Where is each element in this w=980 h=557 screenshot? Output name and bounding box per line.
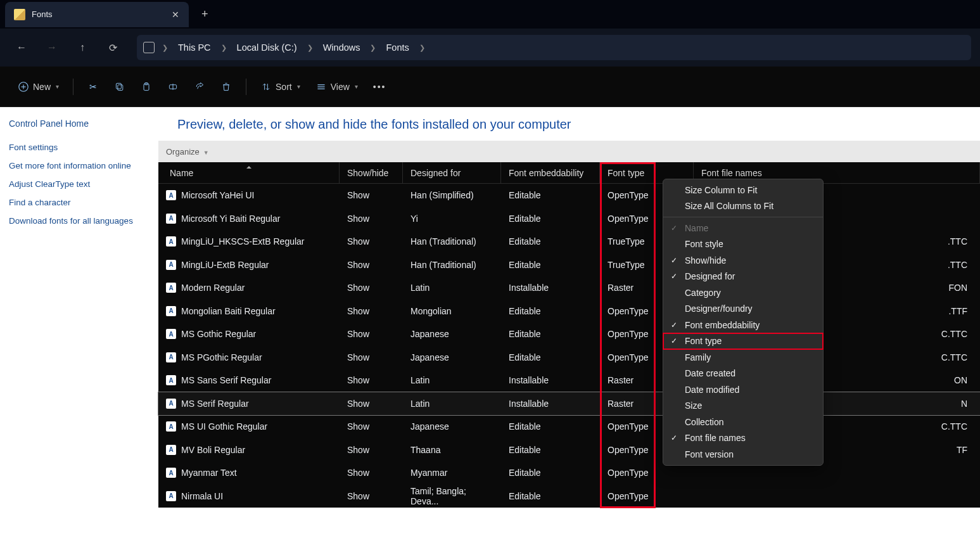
main-panel: Preview, delete, or show and hide the fo… xyxy=(158,107,980,557)
table-row[interactable]: AMongolian Baiti RegularShowMongolianEdi… xyxy=(158,300,980,323)
cell-embed: Editable xyxy=(501,190,600,200)
table-row[interactable]: AMS UI Gothic RegularShowJapaneseEditabl… xyxy=(158,415,980,439)
cell-embed: Editable xyxy=(501,214,600,224)
cell-designed: Han (Simplified) xyxy=(403,190,501,200)
rename-button[interactable] xyxy=(161,75,185,98)
table-row[interactable]: AModern RegularShowLatinInstallableRaste… xyxy=(158,276,980,300)
cell-show: Show xyxy=(340,445,403,455)
breadcrumb-item[interactable]: Fonts xyxy=(383,42,411,53)
cell-embed: Editable xyxy=(501,445,600,455)
active-tab[interactable]: Fonts ✕ xyxy=(5,2,189,27)
ctx-toggle-column[interactable]: Date created xyxy=(663,366,823,382)
table-row[interactable]: AMS PGothic RegularShowJapaneseEditableO… xyxy=(158,346,980,369)
chevron-right-icon[interactable]: ❯ xyxy=(303,44,317,52)
ctx-size-column[interactable]: Size Column to Fit xyxy=(663,182,823,198)
ctx-toggle-column[interactable]: Designer/foundry xyxy=(663,301,823,317)
column-header-name[interactable]: Name xyxy=(158,162,340,183)
cell-embed: Installable xyxy=(501,375,600,385)
breadcrumb-item[interactable]: This PC xyxy=(175,42,213,53)
refresh-button[interactable]: ⟳ xyxy=(100,35,125,60)
ctx-toggle-column[interactable]: Date modified xyxy=(663,381,823,398)
ctx-toggle-column[interactable]: ✓Font type xyxy=(663,333,823,350)
cell-designed: Myanmar xyxy=(403,468,501,478)
table-row[interactable]: AMingLiU_HKSCS-ExtB RegularShowHan (Trad… xyxy=(158,230,980,253)
new-button[interactable]: New ▾ xyxy=(11,75,65,98)
sort-button[interactable]: Sort ▾ xyxy=(254,75,307,98)
sidebar-link-download[interactable]: Download fonts for all languages xyxy=(9,216,150,226)
close-tab-button[interactable]: ✕ xyxy=(171,10,180,19)
ctx-toggle-column[interactable]: Font style xyxy=(663,236,823,253)
toolbar: New ▾ ✂ Sort ▾ View ▾ ••• xyxy=(0,67,980,107)
column-header-embed[interactable]: Font embeddability xyxy=(501,162,600,183)
font-file-icon: A xyxy=(166,468,176,478)
ctx-toggle-column[interactable]: Size xyxy=(663,398,823,414)
address-bar[interactable]: ❯ This PC ❯ Local Disk (C:) ❯ Windows ❯ … xyxy=(137,35,971,60)
table-row[interactable]: AMingLiU-ExtB RegularShowHan (Traditiona… xyxy=(158,253,980,277)
column-header-designed[interactable]: Designed for xyxy=(403,162,501,183)
back-button[interactable]: ← xyxy=(9,35,34,60)
list-icon xyxy=(315,81,327,93)
cell-designed: Mongolian xyxy=(403,306,501,316)
paste-button[interactable] xyxy=(134,75,158,98)
table-row[interactable]: ANirmala UIShowTamil; Bangla; Deva...Edi… xyxy=(158,485,980,508)
ctx-toggle-column[interactable]: ✓Font file names xyxy=(663,430,823,447)
ctx-toggle-column[interactable]: ✓Font embeddability xyxy=(663,317,823,333)
cell-designed: Han (Traditional) xyxy=(403,260,501,270)
sidebar-link-more-info[interactable]: Get more font information online xyxy=(9,161,150,170)
table-row[interactable]: AMS Gothic RegularShowJapaneseEditableOp… xyxy=(158,323,980,346)
table-row[interactable]: AMS Sans Serif RegularShowLatinInstallab… xyxy=(158,369,980,392)
delete-button[interactable] xyxy=(214,75,238,98)
check-icon: ✓ xyxy=(671,272,677,281)
font-file-icon: A xyxy=(166,399,176,409)
new-tab-button[interactable]: + xyxy=(201,8,208,21)
cell-embed: Editable xyxy=(501,491,600,501)
ctx-toggle-column[interactable]: Font version xyxy=(663,446,823,463)
cell-embed: Editable xyxy=(501,306,600,316)
column-header-show[interactable]: Show/hide xyxy=(340,162,403,183)
forward-button[interactable]: → xyxy=(39,35,65,60)
organize-button[interactable]: Organize▼ xyxy=(166,147,209,157)
ctx-toggle-column[interactable]: Family xyxy=(663,349,823,366)
cell-show: Show xyxy=(340,260,403,270)
ctx-item-label: Font version xyxy=(685,449,734,459)
sidebar-link-cleartype[interactable]: Adjust ClearType text xyxy=(9,179,150,189)
table-row[interactable]: AMS Serif RegularShowLatinInstallableRas… xyxy=(158,392,980,416)
folder-icon xyxy=(14,9,25,20)
chevron-right-icon[interactable]: ❯ xyxy=(366,44,379,52)
cell-name: MS Serif Regular xyxy=(181,399,249,409)
table-row[interactable]: AMV Boli RegularShowThaanaEditableOpenTy… xyxy=(158,439,980,462)
up-button[interactable]: ↑ xyxy=(70,35,95,60)
chevron-right-icon[interactable]: ❯ xyxy=(158,44,172,52)
ctx-toggle-column[interactable]: ✓Show/hide xyxy=(663,252,823,269)
sidebar-link-find-char[interactable]: Find a character xyxy=(9,198,150,207)
breadcrumb-item[interactable]: Windows xyxy=(321,42,363,53)
ctx-item-label: Collection xyxy=(685,417,723,427)
sidebar-link-font-settings[interactable]: Font settings xyxy=(9,143,150,152)
table-row[interactable]: AMicrosoft Yi Baiti RegularShowYiEditabl… xyxy=(158,207,980,231)
content-area: Control Panel Home Font settings Get mor… xyxy=(0,107,980,557)
copy-button[interactable] xyxy=(108,75,132,98)
cell-designed: Latin xyxy=(403,283,501,293)
cell-name: Myanmar Text xyxy=(181,468,237,478)
trash-icon xyxy=(220,81,232,93)
table-row[interactable]: AMyanmar TextShowMyanmarEditableOpenType xyxy=(158,461,980,485)
breadcrumb-item[interactable]: Local Disk (C:) xyxy=(234,42,300,53)
ctx-toggle-column[interactable]: ✓Designed for xyxy=(663,269,823,285)
view-button[interactable]: View ▾ xyxy=(309,75,364,98)
share-button[interactable] xyxy=(188,75,212,98)
cell-designed: Japanese xyxy=(403,421,501,432)
ctx-item-label: Font style xyxy=(685,239,723,249)
table-row[interactable]: AMicrosoft YaHei UIShowHan (Simplified)E… xyxy=(158,184,980,207)
ctx-toggle-column[interactable]: Collection xyxy=(663,414,823,430)
chevron-right-icon[interactable]: ❯ xyxy=(217,44,231,52)
ctx-size-all[interactable]: Size All Columns to Fit xyxy=(663,198,823,215)
chevron-right-icon[interactable]: ❯ xyxy=(416,44,429,52)
navbar: ← → ↑ ⟳ ❯ This PC ❯ Local Disk (C:) ❯ Wi… xyxy=(0,29,980,67)
cut-button[interactable]: ✂ xyxy=(81,75,105,98)
more-button[interactable]: ••• xyxy=(367,75,393,98)
cell-embed: Installable xyxy=(501,399,600,409)
ctx-toggle-column[interactable]: ✓Name xyxy=(663,220,823,236)
sidebar-home-link[interactable]: Control Panel Home xyxy=(9,118,150,129)
ctx-toggle-column[interactable]: Category xyxy=(663,285,823,301)
cell-name: MS Sans Serif Regular xyxy=(181,375,271,385)
